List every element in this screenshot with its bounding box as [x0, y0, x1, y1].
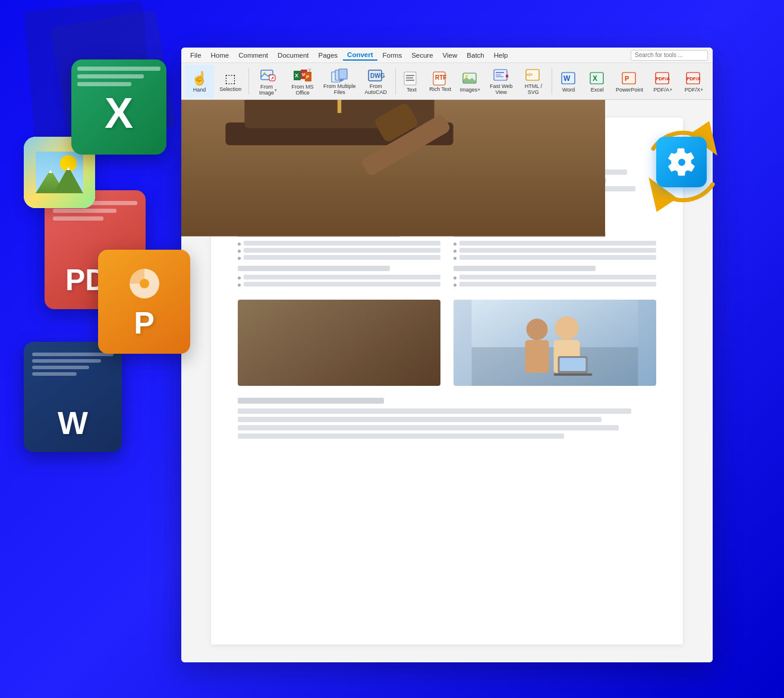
- convert-icon-container: [635, 119, 731, 214]
- html-svg-label: HTML /SVG: [525, 84, 542, 96]
- selection-tool[interactable]: ⬚ Selection: [215, 65, 246, 98]
- doc-bottom-para: [238, 398, 656, 439]
- doc-images: [238, 300, 656, 386]
- word-tool[interactable]: W Word: [555, 65, 583, 98]
- selection-label: Selection: [219, 86, 241, 92]
- menu-bar: File Home Comment Document Pages Convert…: [181, 48, 713, 63]
- powerpoint-icon-tool: P: [621, 71, 638, 86]
- selection-icon: ⬚: [225, 71, 236, 86]
- svg-rect-61: [560, 358, 586, 371]
- svg-point-8: [140, 279, 149, 288]
- rich-text-tool[interactable]: RTF Rich Text: [426, 65, 455, 98]
- svg-rect-24: [404, 72, 416, 85]
- text-icon: [403, 71, 420, 86]
- images-icon: [462, 71, 478, 86]
- svg-text:X: X: [593, 74, 597, 83]
- toolbar: File Home Comment Document Pages Convert…: [181, 48, 713, 100]
- from-ms-office-label: From MSOffice: [292, 84, 314, 96]
- toolbar-tools: ☝ Hand ⬚ Selection ↗: [181, 63, 713, 100]
- menu-comment[interactable]: Comment: [234, 51, 272, 60]
- excel-tool-icon: X: [589, 71, 606, 86]
- doc-image-law: [238, 300, 440, 386]
- html-svg-tool[interactable]: </> HTML /SVG: [518, 65, 549, 98]
- svg-rect-62: [554, 373, 593, 376]
- file-icons-container: X: [12, 59, 214, 505]
- svg-point-56: [527, 319, 548, 340]
- pdf-viewer: File Home Comment Document Pages Convert…: [181, 48, 713, 662]
- images-tool[interactable]: Images ▾: [455, 65, 484, 98]
- word-letter: W: [58, 404, 88, 441]
- from-multiple-files-label: From MultipleFiles: [323, 84, 356, 96]
- menu-secure[interactable]: Secure: [407, 51, 437, 60]
- excel-letter: X: [105, 89, 133, 137]
- from-image-label: FromImage: [259, 84, 274, 96]
- svg-rect-21: [339, 69, 347, 79]
- svg-text:X: X: [295, 73, 298, 78]
- svg-point-58: [555, 316, 579, 340]
- html-svg-icon: </>: [525, 68, 541, 83]
- pdf-a-icon: PDF/A: [654, 71, 671, 86]
- svg-point-31: [465, 75, 468, 77]
- gear-box: [656, 137, 707, 187]
- images-label: Images: [460, 87, 478, 93]
- menu-help[interactable]: Help: [490, 51, 512, 60]
- pdf-a-label: PDF/A: [653, 87, 669, 93]
- svg-text:RTF: RTF: [435, 74, 446, 81]
- menu-home[interactable]: Home: [207, 51, 234, 60]
- from-multiple-files-tool[interactable]: From MultipleFiles: [321, 65, 358, 98]
- from-multiple-files-icon: [330, 68, 348, 83]
- powerpoint-label: PowerPoint: [616, 87, 643, 93]
- menu-view[interactable]: View: [439, 51, 462, 60]
- text-tool[interactable]: Text: [398, 65, 425, 98]
- svg-text:W: W: [563, 74, 571, 83]
- toolbar-search[interactable]: [631, 50, 708, 61]
- fast-web-label: Fast WebView: [490, 84, 512, 96]
- excel-tool[interactable]: X Excel: [583, 65, 611, 98]
- svg-text:P: P: [625, 75, 629, 82]
- rich-text-icon: RTF: [432, 71, 449, 86]
- text-label: Text: [407, 87, 417, 93]
- menu-pages[interactable]: Pages: [314, 51, 342, 60]
- from-image-tool[interactable]: ↗ FromImage ▾: [251, 65, 284, 98]
- svg-text:</>: </>: [527, 73, 533, 77]
- svg-text:PDF/X: PDF/X: [687, 76, 701, 81]
- menu-file[interactable]: File: [186, 51, 206, 60]
- from-autocad-icon: DWG: [367, 68, 384, 83]
- svg-text:PDF/A: PDF/A: [656, 76, 670, 81]
- fast-web-icon: [493, 68, 509, 83]
- from-ms-office-tool[interactable]: X W P From MSOffice: [285, 65, 320, 98]
- word-doc-icon: W: [24, 342, 122, 452]
- word-label: Word: [562, 87, 575, 93]
- pdf-x-tool[interactable]: PDF/X PDF/X ▾: [679, 65, 709, 98]
- rich-text-label: Rich Text: [429, 87, 451, 93]
- pdf-a-tool[interactable]: PDF/A PDF/A ▾: [648, 65, 678, 98]
- from-ms-office-icon: X W P: [293, 67, 312, 84]
- document-content: [181, 100, 713, 662]
- powerpoint-icon: P: [98, 250, 190, 354]
- menu-batch[interactable]: Batch: [462, 51, 488, 60]
- pdf-x-label: PDF/X: [685, 87, 701, 93]
- from-autocad-label: FromAutoCAD: [364, 84, 387, 96]
- svg-rect-57: [525, 340, 549, 373]
- from-autocad-tool[interactable]: DWG FromAutoCAD: [359, 65, 393, 98]
- powerpoint-tool[interactable]: P PowerPoint: [612, 65, 647, 98]
- from-image-icon: ↗: [259, 67, 277, 84]
- fast-web-view-tool[interactable]: Fast WebView: [486, 65, 517, 98]
- svg-text:DWG: DWG: [370, 73, 385, 79]
- excel-label: Excel: [591, 87, 604, 93]
- excel-icon: X: [71, 59, 166, 155]
- svg-text:↗: ↗: [270, 76, 274, 80]
- menu-convert[interactable]: Convert: [343, 50, 377, 61]
- doc-image-office: [454, 300, 656, 386]
- menu-forms[interactable]: Forms: [379, 51, 407, 60]
- pdf-x-icon: PDF/X: [685, 71, 702, 86]
- ppt-letter: P: [134, 307, 155, 338]
- menu-document[interactable]: Document: [273, 51, 313, 60]
- svg-text:P: P: [306, 74, 310, 80]
- word-icon: W: [561, 71, 577, 86]
